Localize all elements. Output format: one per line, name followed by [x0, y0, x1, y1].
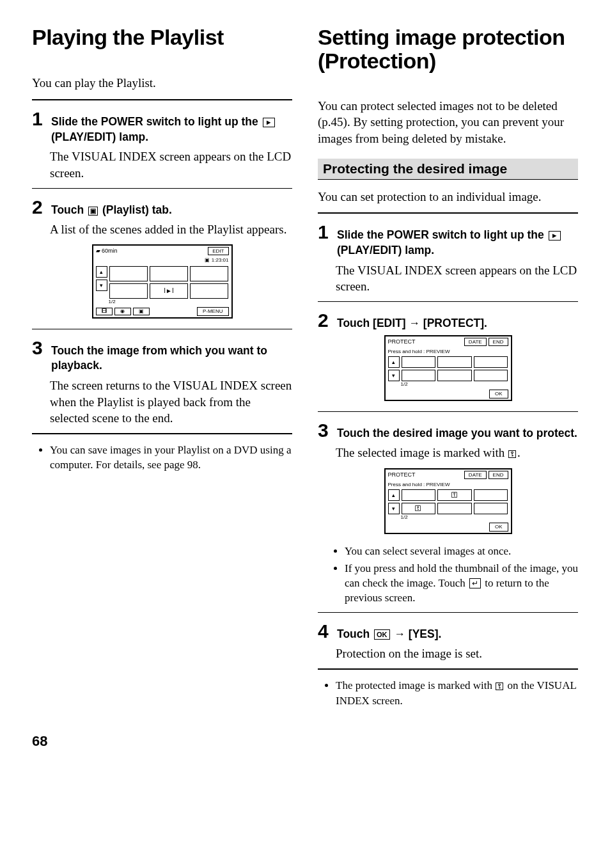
preview-hint: Press and hold : PREVIEW [386, 347, 511, 354]
step-number: 3 [318, 421, 332, 440]
up-button: ▴ [388, 356, 400, 368]
step-title-post: [YES]. [405, 627, 441, 640]
visual-index-screenshot: ▰ 60min EDIT ▣ 1:23:01 ▴ ▾ I►I [92, 244, 233, 319]
end-button: END [489, 471, 508, 479]
thumbnail-cell [402, 489, 436, 501]
left-step-3: 3 Touch the image from which you want to… [32, 338, 292, 374]
pager-label: 1/2 [386, 381, 511, 388]
note-pre: The protected image is marked with [336, 679, 495, 691]
step-title-pre: Slide the POWER switch to light up the [337, 228, 547, 241]
thumbnail-cell [474, 503, 508, 514]
thumbnail-cell [109, 283, 148, 299]
arrow-icon: → [394, 627, 405, 640]
pager-label: 1/2 [93, 299, 231, 306]
play-icon [263, 118, 275, 127]
battery-label: ▰ 60min [96, 248, 118, 254]
right-step-2: 2 Touch [EDIT] → [PROTECT]. [318, 311, 578, 331]
movie-tab: 🎞 [96, 308, 113, 315]
step-body: The selected image is marked with . [336, 445, 578, 462]
step-number: 2 [318, 311, 332, 330]
thumbnail-cell [437, 356, 472, 368]
right-column: Setting image protection (Protection) Yo… [318, 26, 578, 714]
ok-button: OK [489, 523, 508, 532]
step-number: 3 [32, 338, 46, 358]
up-button: ▴ [388, 489, 400, 501]
step-number: 1 [318, 223, 332, 242]
left-step-1: 1 Slide the POWER switch to light up the… [32, 109, 292, 145]
down-button: ▾ [388, 370, 400, 381]
thumbnail-cell: I►I [150, 283, 188, 299]
step-title: Touch the desired image you want to prot… [337, 426, 577, 441]
step-title-post: [PROTECT]. [420, 317, 487, 329]
rule [32, 188, 292, 189]
rule [318, 411, 578, 412]
right-step-3: 3 Touch the desired image you want to pr… [318, 421, 578, 441]
thumbnail-cell [474, 356, 508, 368]
edit-button: EDIT [208, 247, 228, 255]
thumbnail-cell [150, 266, 188, 281]
thumbnail-cell [474, 370, 508, 381]
step-body: A list of the scenes added in the Playli… [50, 221, 292, 238]
left-heading: Playing the Playlist [32, 26, 292, 49]
step-body: The screen returns to the VISUAL INDEX s… [50, 377, 292, 427]
end-notes: The protected image is marked with on th… [327, 679, 578, 709]
thumbnail-cell [402, 370, 436, 381]
down-button: ▾ [96, 280, 107, 291]
up-button: ▴ [96, 266, 107, 278]
thumbnail-cell-protected: ⚿ [437, 489, 472, 501]
left-column: Playing the Playlist You can play the Pl… [32, 26, 292, 714]
ok-button: OK [489, 390, 508, 398]
key-icon [508, 445, 517, 462]
thumbnail-cell [437, 503, 472, 514]
step-title-pre: Touch [51, 203, 87, 216]
step-title: Touch (Playlist) tab. [51, 203, 172, 218]
protect-title: PROTECT [388, 471, 416, 478]
rule [32, 433, 292, 434]
down-button: ▾ [388, 503, 400, 514]
left-notes: You can save images in your Playlist on … [41, 443, 292, 473]
left-intro: You can play the Playlist. [32, 75, 292, 91]
time-label: ▣ 1:23:01 [205, 257, 229, 263]
protect-screenshot-2: PROTECT DATE END Press and hold : PREVIE… [384, 468, 512, 534]
date-button: DATE [464, 471, 487, 479]
thumbnail-cell [402, 356, 436, 368]
ok-icon: OK [374, 629, 390, 640]
right-intro: You can protect selected images not to b… [318, 98, 578, 147]
rule [32, 329, 292, 329]
note-item: The protected image is marked with on th… [336, 679, 578, 709]
protect-screenshot-1: PROTECT DATE END Press and hold : PREVIE… [384, 335, 512, 401]
thumbnail-cell [190, 283, 228, 299]
thumbnail-cell [190, 266, 228, 281]
step-title-post: (PLAY/EDIT) lamp. [51, 130, 148, 143]
sub-heading: Protecting the desired image [318, 159, 578, 180]
thumbnail-cell-protected: ⚿ [402, 503, 436, 514]
step-title-post: (PLAY/EDIT) lamp. [337, 244, 434, 256]
rule [318, 668, 578, 670]
page-number: 68 [32, 733, 578, 750]
rule [32, 99, 292, 100]
step-number: 4 [318, 622, 332, 641]
right-step-1: 1 Slide the POWER switch to light up the… [318, 223, 578, 258]
key-icon [495, 679, 504, 694]
playlist-tab: ▣ [133, 308, 150, 315]
arrow-icon: → [409, 317, 420, 329]
play-icon [549, 231, 561, 241]
step-body: The VISUAL INDEX screen appears on the L… [50, 148, 292, 181]
thumbnail-cell [437, 370, 472, 381]
step-title-pre: Slide the POWER switch to light up the [51, 115, 262, 128]
preview-hint: Press and hold : PREVIEW [386, 480, 511, 487]
date-button: DATE [464, 338, 487, 346]
step-title: Slide the POWER switch to light up the (… [337, 228, 578, 258]
step-title: Touch the image from which you want to p… [51, 343, 292, 374]
playlist-icon [88, 207, 98, 216]
mid-notes: You can select several images at once. I… [336, 544, 578, 606]
step-title-pre: Touch [337, 627, 373, 640]
rule [318, 212, 578, 214]
left-step-2: 2 Touch (Playlist) tab. [32, 198, 292, 218]
step-body: Protection on the image is set. [336, 645, 578, 662]
photo-tab: ◉ [114, 308, 131, 315]
step-title: Touch OK → [YES]. [337, 627, 441, 642]
step-title-post: (Playlist) tab. [99, 203, 172, 216]
rule [318, 612, 578, 613]
step-number: 1 [32, 109, 46, 129]
